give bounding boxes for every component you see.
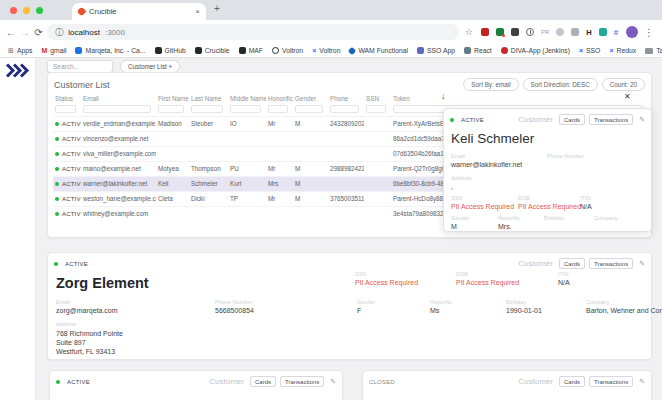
reload-icon[interactable]: ⟳ [32,27,46,38]
edit-pencil-icon[interactable]: ✎ [639,260,645,268]
table-header-row: Status Email First Name Last Name Middle… [53,93,648,103]
extension-gray-icon[interactable] [556,28,564,36]
email-value: zorg@marqeta.com [56,307,118,314]
edit-pencil-icon[interactable]: ✎ [639,378,645,386]
browser-tab-crucible[interactable]: Crucible × [72,3,206,20]
bookmark-react[interactable]: React [464,47,492,54]
forward-icon[interactable]: → [18,27,32,38]
tab-title: Crucible [89,7,191,16]
window-close-button[interactable] [10,7,17,14]
dob-label: DOB [518,195,581,201]
bookmark-apps[interactable]: ⊞Apps [8,47,32,55]
extension-camera-icon[interactable] [511,28,519,36]
edit-pencil-icon[interactable]: ✎ [639,116,645,124]
folder-icon [645,48,653,54]
extension-grid-icon[interactable] [571,28,579,36]
bookmark-diva-app[interactable]: DIVA-App (Jenkins) [501,47,570,54]
filter-status-input[interactable] [55,105,76,113]
browser-menu-icon[interactable]: ⋮ [644,27,654,38]
cards-button[interactable]: Cards [250,376,276,387]
edit-pencil-icon[interactable]: ✎ [330,378,336,386]
maf-icon [239,47,246,54]
bookmark-voltron-2[interactable]: ×Voltron [312,47,340,54]
extension-teal-icon[interactable] [599,28,607,36]
count-pill[interactable]: Count: 20 [602,78,645,91]
company-label: Company [586,299,662,305]
cards-button[interactable]: Cards [559,258,585,269]
extension-hash-icon[interactable]: # [614,28,618,37]
sort-direction-pill[interactable]: Sort Direction: DESC [523,78,598,91]
status-badge: ACTIVE [461,117,484,123]
jenkins-icon [501,47,508,54]
filter-middle-name-input[interactable] [230,105,261,113]
window-zoom-button[interactable] [36,7,43,14]
bookmark-talks[interactable]: Talks [645,47,662,54]
main-content: Customer List + Customer List Sort By: e… [36,58,662,400]
col-token[interactable]: Token [391,93,648,103]
bookmark-gmail[interactable]: Mgmail [41,47,66,54]
email-value: warner@lakinkofler.net [451,161,522,168]
extension-pr-badge[interactable]: PR [541,29,549,35]
url-host: localhost [68,28,100,37]
bookmark-redux[interactable]: ×Redux [609,47,636,54]
col-phone[interactable]: Phone [328,93,364,103]
transactions-button[interactable]: Transactions [589,258,633,269]
transactions-button[interactable]: Transactions [280,376,324,387]
col-ssn[interactable]: SSN [364,93,391,103]
filter-last-name-input[interactable] [191,105,223,113]
filter-gender-input[interactable] [295,105,323,113]
status-dot [450,118,454,122]
customer-card-bottom-left: ACTIVE Customer Cards Transactions ✎ [49,370,343,400]
filter-phone-input[interactable] [330,105,359,113]
company-label: Company [594,215,618,221]
bookmark-star-icon[interactable]: ☆ [465,27,473,37]
col-email[interactable]: Email [81,93,156,103]
profile-avatar[interactable] [626,26,638,38]
dob-label: DOB [456,271,519,277]
bookmark-github[interactable]: GitHub [155,47,186,54]
filter-email-input[interactable] [83,105,151,113]
email-label: Email [451,153,522,159]
close-panel-icon[interactable]: ✕ [624,92,631,101]
extension-h-icon[interactable]: H [586,28,591,37]
tab-close-icon[interactable]: × [195,7,200,16]
site-info-icon[interactable]: ⓘ [55,27,63,38]
browser-toolbar: ← → ⟳ ⓘ localhost:3000 ☆ PR H # ⋮ [0,20,662,44]
customer-name: Keli Schmeler [451,131,534,146]
status-dot [55,197,59,201]
status-dot [55,212,59,216]
bookmark-wam-functional[interactable]: WAM Functional [349,47,408,54]
bookmark-marqeta[interactable]: Marqeta, Inc. - Ca... [75,47,145,54]
bookmark-crucible[interactable]: Crucible [195,47,230,54]
col-status[interactable]: Status [53,93,81,103]
cards-button[interactable]: Cards [559,114,585,125]
tab-strip: Crucible × + [0,0,662,20]
col-honorific[interactable]: Honorific [266,93,293,103]
window-minimize-button[interactable] [23,7,30,14]
filter-ssn-input[interactable] [366,105,386,113]
transactions-button[interactable]: Transactions [589,376,633,387]
col-middle-name[interactable]: Middle Name [228,93,266,103]
cards-button[interactable]: Cards [559,376,585,387]
extension-red-icon[interactable] [481,28,489,36]
bookmark-maf[interactable]: MAF [239,47,263,54]
status-badge: CLOSED [369,379,395,385]
bookmark-voltron-1[interactable]: Voltron [272,47,303,54]
bookmark-sso[interactable]: ×SSO [579,47,600,54]
col-last-name[interactable]: Last Name [189,93,228,103]
filter-first-name-input[interactable] [158,105,184,113]
download-icon[interactable]: ↓ [441,91,446,101]
filter-honorific-input[interactable] [268,105,288,113]
col-first-name[interactable]: First Name [156,93,189,103]
url-bar[interactable]: ⓘ localhost:3000 [47,24,459,40]
entity-type-label: Customer [518,115,553,124]
col-gender[interactable]: Gender [293,93,328,103]
extension-green-icon[interactable] [496,28,504,36]
back-icon[interactable]: ← [4,27,18,38]
honorific-label: Honorific [430,299,452,305]
bookmark-sso-app[interactable]: SSO App [417,47,455,54]
transactions-button[interactable]: Transactions [589,114,633,125]
sort-by-pill[interactable]: Sort By: email [463,78,518,91]
extension-circle-icon[interactable] [526,28,534,36]
new-tab-button[interactable]: + [214,3,220,14]
